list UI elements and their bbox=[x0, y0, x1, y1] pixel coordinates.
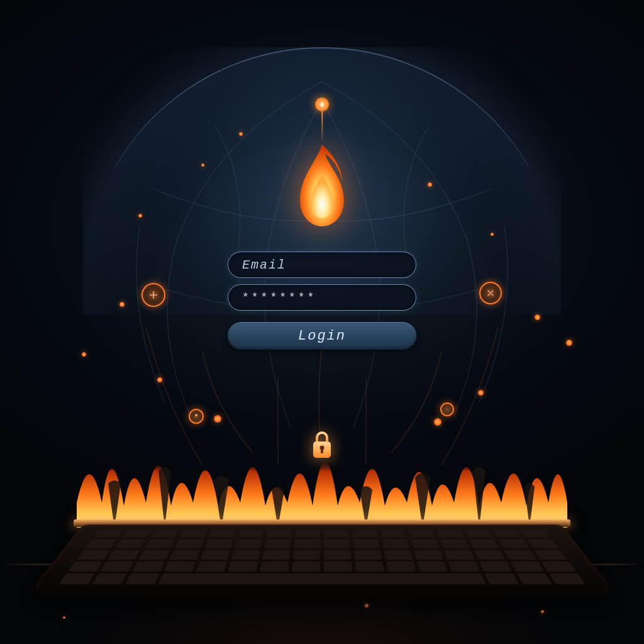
spark bbox=[138, 214, 142, 218]
spark bbox=[119, 302, 125, 307]
spark bbox=[201, 164, 204, 167]
spark bbox=[82, 352, 86, 357]
spark bbox=[239, 132, 243, 136]
spark bbox=[365, 604, 369, 608]
spark bbox=[535, 314, 540, 320]
spark bbox=[63, 616, 65, 619]
login-button[interactable]: Login bbox=[228, 322, 416, 350]
spark bbox=[157, 377, 162, 382]
login-form: Login bbox=[228, 252, 416, 350]
bottom-flames bbox=[77, 408, 567, 528]
svg-rect-2 bbox=[321, 448, 323, 453]
spark bbox=[541, 610, 544, 613]
spark bbox=[428, 182, 432, 187]
badge-connector bbox=[321, 111, 323, 140]
keyboard bbox=[25, 525, 619, 598]
password-field[interactable] bbox=[228, 284, 416, 311]
laptop-base bbox=[58, 525, 586, 581]
flame-badge-icon bbox=[315, 97, 329, 111]
spark bbox=[478, 390, 484, 396]
lock-icon bbox=[309, 429, 335, 464]
flame-icon bbox=[284, 142, 360, 239]
spark bbox=[566, 340, 572, 346]
spark bbox=[491, 233, 494, 236]
plus-node-icon bbox=[142, 283, 165, 307]
email-field[interactable] bbox=[228, 252, 416, 278]
cross-node-icon bbox=[479, 282, 502, 304]
